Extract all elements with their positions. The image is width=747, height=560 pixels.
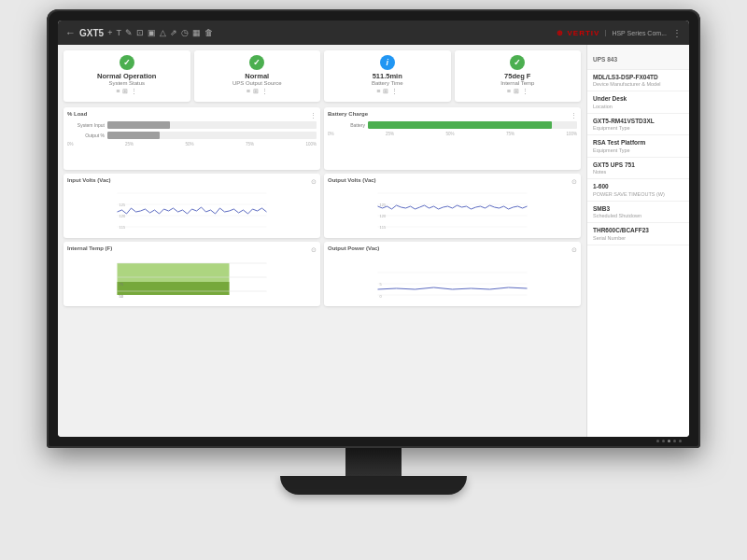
sidebar-item-subtitle-3: Equipment Type — [593, 147, 684, 153]
top-bar: ← GXT5 + T ✎ ⊡ ▣ △ ⇗ ◷ ▦ 🗑 — [58, 21, 689, 45]
battery-bar-label: Battery — [328, 122, 365, 128]
sidebar-item-subtitle-2: Equipment Type — [593, 125, 684, 131]
monitor-neck — [345, 448, 402, 476]
charts-grid: % Load ⋮ System Input — [63, 107, 581, 306]
sidebar-item-subtitle-7: Serial Number — [593, 235, 684, 241]
status-card-normal[interactable]: Normal UPS Output Source ≡ ⊞ ⋮ — [194, 50, 321, 102]
text-icon[interactable]: T — [116, 28, 121, 37]
status-card-normal-operation[interactable]: Normal Operation System Status ≡ ⊞ ⋮ — [63, 50, 190, 102]
bar-chart-battery: Battery — [328, 119, 577, 131]
svg-text:120: 120 — [120, 214, 126, 218]
sidebar-header-text: UPS 843 — [593, 56, 617, 63]
output-power-chart: 0 5 — [328, 254, 577, 299]
green-check-icon-1 — [120, 55, 134, 70]
card-subtitle-4: Internal Temp — [500, 80, 534, 86]
battery-bar-row: Battery — [328, 121, 577, 129]
chart-title-input: Input Volts (Vac) — [67, 177, 111, 183]
bar-track-1 — [107, 121, 317, 129]
sidebar-item-subtitle-1: Location — [593, 104, 684, 109]
chart-title-power: Output Power (Vac) — [328, 245, 379, 251]
card-icon-eq: ≡ — [116, 88, 120, 95]
card-icon-eq-2: ≡ — [247, 88, 250, 95]
bar-chart-load: System Input Output % — [67, 119, 317, 141]
main-content: Normal Operation System Status ≡ ⊞ ⋮ No — [58, 45, 689, 437]
toolbar-icons: + T ✎ ⊡ ▣ △ ⇗ ◷ ▦ 🗑 — [107, 28, 213, 37]
card-title-3: 511.5min — [373, 72, 402, 80]
batt-axis-25: 25% — [386, 132, 394, 136]
series-label: HSP Series Com... — [605, 30, 667, 36]
share-icon[interactable]: ⇗ — [170, 28, 177, 37]
sidebar-item-3[interactable]: RSA Test Platform Equipment Type — [587, 135, 689, 157]
card-icons-row-2: ≡ ⊞ ⋮ — [247, 88, 268, 95]
sidebar-item-6[interactable]: SMB3 Scheduled Shutdown — [587, 202, 689, 223]
sidebar-item-4[interactable]: GXT5 UPS 751 Notes — [587, 158, 689, 179]
sidebar-item-title-3: RSA Test Platform — [593, 139, 684, 147]
axis-75: 75% — [246, 142, 254, 147]
axis-labels-battery: 0% 25% 50% 75% 100% — [328, 132, 577, 136]
right-sidebar: UPS 843 MDL/LS3-DSP-FX04TD Device Manufa… — [586, 45, 689, 437]
bar-row-1: System Input — [67, 121, 317, 129]
bar-fill-2 — [107, 132, 160, 139]
sidebar-item-subtitle-5: POWER SAVE TIMEOUTS (W) — [593, 191, 684, 197]
green-check-icon-2 — [249, 55, 264, 70]
sidebar-item-2[interactable]: GXT5-RM41VSTD3XL Equipment Type — [587, 114, 689, 135]
alert-icon[interactable]: △ — [160, 28, 166, 37]
svg-text:115: 115 — [120, 225, 126, 230]
delete-icon[interactable]: 🗑 — [204, 28, 213, 37]
card-icon-chart-3: ⊞ — [383, 88, 388, 95]
batt-axis-50: 50% — [445, 132, 454, 136]
chart-card-output-voltage: Output Volts (Vac) ⊙ 115 120 — [324, 174, 581, 238]
chart-menu-input[interactable]: ⊙ — [311, 178, 317, 186]
camera-icon[interactable]: ⊡ — [136, 28, 144, 37]
chart-menu-output[interactable]: ⊙ — [571, 178, 577, 186]
card-title-1: Normal Operation — [97, 72, 156, 80]
internal-temp-chart: 50 75 — [67, 254, 317, 299]
card-icon-dots-3[interactable]: ⋮ — [391, 88, 398, 95]
card-icon-eq-3: ≡ — [376, 88, 380, 95]
menu-dots[interactable]: ⋮ — [672, 28, 682, 38]
sidebar-item-1[interactable]: Under Desk Location — [587, 91, 689, 113]
chart-menu-power[interactable]: ⊙ — [571, 246, 577, 254]
card-icon-chart-2: ⊞ — [253, 88, 259, 95]
status-card-temp[interactable]: 75deg F Internal Temp ≡ ⊞ ⋮ — [455, 50, 582, 102]
bar-label-2: Output % — [67, 133, 105, 138]
card-title-2: Normal — [245, 72, 269, 80]
chart-menu-battery[interactable]: ⋮ — [571, 112, 577, 119]
battery-bar-fill — [368, 121, 552, 129]
sidebar-item-title-4: GXT5 UPS 751 — [593, 161, 684, 169]
sidebar-item-0[interactable]: MDL/LS3-DSP-FX04TD Device Manufacturer &… — [587, 70, 689, 91]
output-voltage-chart: 115 120 125 — [328, 186, 577, 231]
chart-menu-load[interactable]: ⋮ — [310, 112, 317, 119]
sidebar-item-title-1: Under Desk — [593, 95, 684, 103]
back-button[interactable]: ← — [65, 27, 76, 38]
vertiv-logo: ⊛ VERTIV — [557, 29, 599, 37]
bar-row-2: Output % — [67, 132, 317, 139]
batt-axis-75: 75% — [506, 132, 514, 136]
sidebar-header: UPS 843 — [587, 45, 689, 70]
status-card-battery[interactable]: 511.5min Battery Time ≡ ⊞ ⋮ — [324, 50, 451, 102]
axis-0: 0% — [67, 142, 74, 147]
doc-icon[interactable]: ▣ — [148, 28, 156, 37]
axis-labels-load: 0% 25% 50% 75% 100% — [67, 142, 317, 147]
card-icon-dots-2[interactable]: ⋮ — [261, 88, 268, 95]
dashboard-panel: Normal Operation System Status ≡ ⊞ ⋮ No — [58, 45, 586, 437]
card-icon-dots[interactable]: ⋮ — [131, 88, 137, 95]
sidebar-item-title-7: THR600C/BCAFF23 — [593, 227, 684, 234]
chart-menu-temp[interactable]: ⊙ — [311, 246, 317, 254]
svg-text:75: 75 — [120, 282, 124, 287]
edit-icon[interactable]: ✎ — [125, 28, 133, 37]
clock-icon[interactable]: ◷ — [181, 28, 189, 37]
card-icon-chart: ⊞ — [122, 88, 128, 95]
chart-title-battery: Battery Charge — [328, 111, 368, 117]
sidebar-item-subtitle-0: Device Manufacturer & Model — [593, 81, 684, 87]
device-name: GXT5 — [79, 28, 104, 38]
card-icon-dots-4[interactable]: ⋮ — [522, 88, 529, 95]
chart-card-output-power: Output Power (Vac) ⊙ 0 5 — [324, 242, 581, 306]
svg-text:125: 125 — [380, 203, 387, 207]
card-icon-chart-4: ⊞ — [514, 88, 519, 95]
sidebar-item-5[interactable]: 1-600 POWER SAVE TIMEOUTS (W) — [587, 179, 689, 201]
add-icon[interactable]: + — [107, 28, 112, 37]
sidebar-item-7[interactable]: THR600C/BCAFF23 Serial Number — [587, 223, 689, 245]
bar-track-2 — [107, 132, 317, 139]
box-icon[interactable]: ▦ — [192, 28, 201, 37]
